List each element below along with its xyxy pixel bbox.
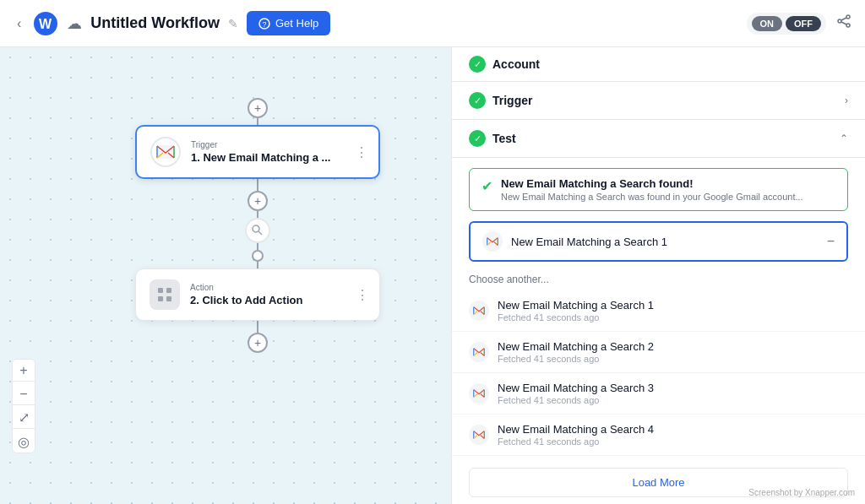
search-result-dropdown[interactable]: New Email Matching a Search 1 − xyxy=(469,221,848,262)
topbar-right: ON OFF xyxy=(747,13,852,35)
svg-rect-16 xyxy=(158,288,163,293)
result-item[interactable]: New Email Matching a Search 4 Fetched 41… xyxy=(452,415,865,456)
back-button[interactable]: ‹ xyxy=(14,13,24,35)
result-subtitle: Fetched 41 seconds ago xyxy=(498,395,654,405)
gmail-svg xyxy=(156,145,175,159)
trigger-section[interactable]: ✓ Trigger › xyxy=(452,82,865,120)
result-item-icon xyxy=(469,342,489,362)
result-title: New Email Matching a Search 3 xyxy=(498,382,654,394)
result-item-icon xyxy=(469,383,489,404)
svg-text:?: ? xyxy=(263,20,267,29)
svg-line-34 xyxy=(474,394,477,398)
search-connector-icon xyxy=(245,218,270,243)
action-icon xyxy=(150,279,180,310)
connector-line-5 xyxy=(257,262,258,268)
result-title: New Email Matching a Search 1 xyxy=(498,299,654,312)
result-item-icon xyxy=(469,301,489,321)
results-list: New Email Matching a Search 1 Fetched 41… xyxy=(452,290,865,461)
action-label: Action xyxy=(190,283,302,292)
result-item[interactable]: New Email Matching a Search 5 Fetched 41… xyxy=(452,456,865,461)
logo-icon: W xyxy=(33,11,58,36)
zoom-out-button[interactable]: − xyxy=(13,383,35,405)
svg-line-8 xyxy=(841,22,846,24)
svg-point-5 xyxy=(838,19,841,23)
dropdown-chevron-icon: − xyxy=(827,234,835,249)
get-help-button[interactable]: ? Get Help xyxy=(247,11,330,35)
action-node[interactable]: Action 2. Click to Add Action ⋮ xyxy=(135,268,380,321)
svg-line-39 xyxy=(481,436,484,439)
test-section-title: Test xyxy=(492,132,833,145)
svg-line-31 xyxy=(481,353,484,356)
svg-line-35 xyxy=(481,394,484,398)
circle-connector xyxy=(252,250,264,262)
topbar: ‹ W ☁ Untitled Workflow ✎ ? Get Help ON … xyxy=(0,0,865,47)
trigger-check-icon: ✓ xyxy=(469,92,486,109)
action-node-info: Action 2. Click to Add Action xyxy=(190,283,302,306)
result-title: New Email Matching a Search 4 xyxy=(498,423,654,436)
on-off-toggle[interactable]: ON OFF xyxy=(747,13,827,35)
svg-point-14 xyxy=(253,225,259,232)
share-icon xyxy=(836,14,851,29)
result-item[interactable]: New Email Matching a Search 1 Fetched 41… xyxy=(452,290,865,332)
gmail-icon xyxy=(150,137,181,167)
svg-line-38 xyxy=(474,436,477,439)
edit-icon[interactable]: ✎ xyxy=(228,17,238,30)
connector-line-4 xyxy=(257,243,258,250)
connector-line-1 xyxy=(257,118,258,125)
cloud-icon: ☁ xyxy=(67,14,82,33)
success-icon: ✔ xyxy=(481,178,492,202)
add-button-middle[interactable]: + xyxy=(248,191,268,211)
success-desc: New Email Matching a Search was found in… xyxy=(501,192,803,202)
trigger-menu-button[interactable]: ⋮ xyxy=(355,144,368,160)
topbar-left: ‹ W ☁ Untitled Workflow ✎ ? Get Help xyxy=(14,11,737,36)
svg-point-6 xyxy=(846,24,850,27)
account-title: Account xyxy=(492,57,540,71)
result-subtitle: Fetched 41 seconds ago xyxy=(498,436,654,447)
result-item[interactable]: New Email Matching a Search 3 Fetched 41… xyxy=(452,373,865,415)
account-check-icon: ✓ xyxy=(469,56,486,73)
test-section[interactable]: ✓ Test ⌃ xyxy=(452,120,865,158)
add-button-bottom[interactable]: + xyxy=(248,333,268,353)
action-title: 2. Click to Add Action xyxy=(190,294,302,306)
trigger-node[interactable]: Trigger 1. New Email Matching a ... ⋮ xyxy=(135,125,380,179)
trigger-label: Trigger xyxy=(191,140,330,149)
add-button-top[interactable]: + xyxy=(248,98,268,118)
toggle-off-label: OFF xyxy=(786,16,821,31)
fit-button[interactable]: ⤢ xyxy=(13,407,35,429)
svg-line-23 xyxy=(494,242,498,246)
workflow-nodes: + xyxy=(135,98,380,353)
success-title: New Email Matching a Search found! xyxy=(501,177,803,190)
test-chevron-icon: ⌃ xyxy=(840,133,848,144)
svg-line-22 xyxy=(487,242,491,246)
svg-line-15 xyxy=(258,231,262,235)
trigger-section-title: Trigger xyxy=(492,94,838,107)
target-button[interactable]: ◎ xyxy=(13,431,35,453)
watermark: Screenshot by Xnapper.com xyxy=(748,488,855,497)
trigger-chevron-icon: › xyxy=(845,95,848,106)
svg-line-7 xyxy=(841,18,846,20)
zoom-in-button[interactable]: + xyxy=(13,360,35,382)
connector-line-6 xyxy=(257,321,258,333)
svg-line-26 xyxy=(474,312,477,315)
svg-line-27 xyxy=(481,312,484,315)
svg-point-4 xyxy=(846,15,850,19)
svg-rect-18 xyxy=(158,296,163,301)
right-panel: ✓ Account ✓ Trigger › ✓ Test ⌃ ✔ New Ema… xyxy=(451,47,865,504)
svg-rect-19 xyxy=(166,296,171,301)
toggle-on-label: ON xyxy=(752,16,783,31)
svg-rect-17 xyxy=(166,288,171,293)
result-item-icon xyxy=(469,425,489,445)
dropdown-selected-text: New Email Matching a Search 1 xyxy=(511,236,819,248)
choose-another-label: Choose another... xyxy=(452,268,865,290)
canvas-area[interactable]: + xyxy=(0,47,451,504)
main-content: + xyxy=(0,47,865,504)
zoom-controls: + − ⤢ ◎ xyxy=(12,359,35,453)
share-button[interactable] xyxy=(836,14,851,33)
connector-line-3 xyxy=(257,211,258,218)
success-content: New Email Matching a Search found! New E… xyxy=(501,177,803,202)
account-section: ✓ Account xyxy=(452,47,865,82)
result-title: New Email Matching a Search 2 xyxy=(498,340,654,353)
result-item[interactable]: New Email Matching a Search 2 Fetched 41… xyxy=(452,332,865,373)
svg-text:W: W xyxy=(39,17,52,31)
action-menu-button[interactable]: ⋮ xyxy=(356,287,369,303)
